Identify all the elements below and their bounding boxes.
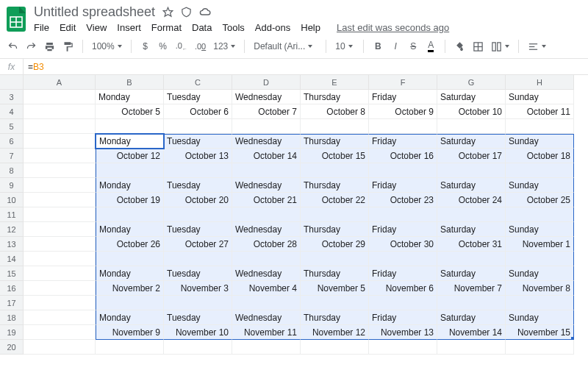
select-all-corner[interactable]	[0, 75, 24, 90]
h-align-button[interactable]	[526, 41, 548, 52]
cell-E11[interactable]	[301, 207, 369, 222]
cell-E8[interactable]	[301, 163, 369, 178]
row-header-17[interactable]: 17	[0, 296, 24, 310]
cloud-icon[interactable]	[199, 7, 212, 17]
cell-E7[interactable]: October 15	[301, 149, 369, 163]
cell-E6[interactable]: Thursday	[301, 134, 369, 149]
cell-D19[interactable]: November 11	[232, 325, 301, 340]
menu-tools[interactable]: Tools	[222, 22, 244, 33]
menu-edit[interactable]: Edit	[60, 22, 76, 33]
cell-A13[interactable]	[24, 237, 96, 252]
cell-G14[interactable]	[437, 252, 506, 266]
cell-H14[interactable]	[506, 252, 574, 266]
cell-A6[interactable]	[24, 134, 96, 149]
cell-B18[interactable]: Monday	[96, 310, 164, 325]
cell-G13[interactable]: October 31	[437, 237, 506, 252]
cell-A12[interactable]	[24, 222, 96, 237]
print-button[interactable]	[43, 38, 57, 54]
doc-title[interactable]: Untitled spreadsheet	[34, 4, 155, 20]
row-header-11[interactable]: 11	[0, 207, 24, 222]
cell-H18[interactable]: Sunday	[506, 310, 574, 325]
row-header-10[interactable]: 10	[0, 193, 24, 207]
last-edit-link[interactable]: Last edit was seconds ago	[337, 22, 449, 33]
cell-F17[interactable]	[369, 296, 437, 310]
row-header-9[interactable]: 9	[0, 178, 24, 193]
font-select[interactable]: Default (Ari...	[252, 41, 318, 51]
cell-F15[interactable]: Friday	[369, 266, 437, 281]
cell-C10[interactable]: October 20	[164, 193, 232, 207]
percent-button[interactable]: %	[157, 38, 170, 54]
cell-B11[interactable]	[96, 207, 164, 222]
row-header-5[interactable]: 5	[0, 119, 24, 134]
cell-D9[interactable]: Wednesday	[232, 178, 301, 193]
col-header-H[interactable]: H	[506, 75, 574, 90]
cell-G11[interactable]	[437, 207, 506, 222]
cell-H6[interactable]: Sunday	[506, 134, 574, 149]
cell-C3[interactable]: Tuesday	[164, 90, 232, 104]
cell-E18[interactable]: Thursday	[301, 310, 369, 325]
cell-B7[interactable]: October 12	[96, 149, 164, 163]
cell-A16[interactable]	[24, 281, 96, 296]
cell-H15[interactable]: Sunday	[506, 266, 574, 281]
col-header-G[interactable]: G	[437, 75, 506, 90]
cell-H12[interactable]: Sunday	[506, 222, 574, 237]
cell-E12[interactable]: Thursday	[301, 222, 369, 237]
merge-button[interactable]	[490, 41, 511, 52]
cell-H4[interactable]: October 11	[506, 104, 574, 119]
cell-A11[interactable]	[24, 207, 96, 222]
cell-F4[interactable]: October 9	[369, 104, 437, 119]
font-size-select[interactable]: 10	[334, 41, 356, 51]
row-header-6[interactable]: 6	[0, 134, 24, 149]
cell-G9[interactable]: Saturday	[437, 178, 506, 193]
cell-F10[interactable]: October 23	[369, 193, 437, 207]
currency-button[interactable]: $	[139, 38, 152, 54]
cell-D3[interactable]: Wednesday	[232, 90, 301, 104]
cell-E13[interactable]: October 29	[301, 237, 369, 252]
menu-addons[interactable]: Add-ons	[255, 22, 290, 33]
cell-C19[interactable]: November 10	[164, 325, 232, 340]
cell-A8[interactable]	[24, 163, 96, 178]
cell-A14[interactable]	[24, 252, 96, 266]
cell-C7[interactable]: October 13	[164, 149, 232, 163]
zoom-select[interactable]: 100%	[90, 41, 123, 51]
cell-E4[interactable]: October 8	[301, 104, 369, 119]
borders-button[interactable]	[471, 38, 485, 54]
cell-G20[interactable]	[437, 340, 506, 355]
cell-G17[interactable]	[437, 296, 506, 310]
cell-B14[interactable]	[96, 252, 164, 266]
cell-H8[interactable]	[506, 163, 574, 178]
cell-H17[interactable]	[506, 296, 574, 310]
cell-D10[interactable]: October 21	[232, 193, 301, 207]
cell-C13[interactable]: October 27	[164, 237, 232, 252]
cell-D14[interactable]	[232, 252, 301, 266]
cell-F7[interactable]: October 16	[369, 149, 437, 163]
star-icon[interactable]	[162, 7, 173, 18]
menu-format[interactable]: Format	[151, 22, 182, 33]
cell-F6[interactable]: Friday	[369, 134, 437, 149]
cell-B5[interactable]	[96, 119, 164, 134]
row-header-8[interactable]: 8	[0, 163, 24, 178]
cell-H19[interactable]: November 15	[506, 325, 574, 340]
col-header-E[interactable]: E	[301, 75, 369, 90]
cell-A5[interactable]	[24, 119, 96, 134]
cell-B8[interactable]	[96, 163, 164, 178]
cell-D6[interactable]: Wednesday	[232, 134, 301, 149]
row-header-4[interactable]: 4	[0, 104, 24, 119]
cell-H13[interactable]: November 1	[506, 237, 574, 252]
cell-C9[interactable]: Tuesday	[164, 178, 232, 193]
cell-D7[interactable]: October 14	[232, 149, 301, 163]
cell-G7[interactable]: October 17	[437, 149, 506, 163]
undo-button[interactable]	[6, 38, 20, 54]
row-header-19[interactable]: 19	[0, 325, 24, 340]
cell-B15[interactable]: Monday	[96, 266, 164, 281]
cell-F5[interactable]	[369, 119, 437, 134]
cell-B6[interactable]: Monday	[96, 134, 164, 149]
cell-G6[interactable]: Saturday	[437, 134, 506, 149]
cell-A19[interactable]	[24, 325, 96, 340]
cell-A15[interactable]	[24, 266, 96, 281]
row-header-7[interactable]: 7	[0, 149, 24, 163]
cell-G19[interactable]: November 14	[437, 325, 506, 340]
cell-F20[interactable]	[369, 340, 437, 355]
cell-G18[interactable]: Saturday	[437, 310, 506, 325]
italic-button[interactable]: I	[389, 38, 402, 54]
